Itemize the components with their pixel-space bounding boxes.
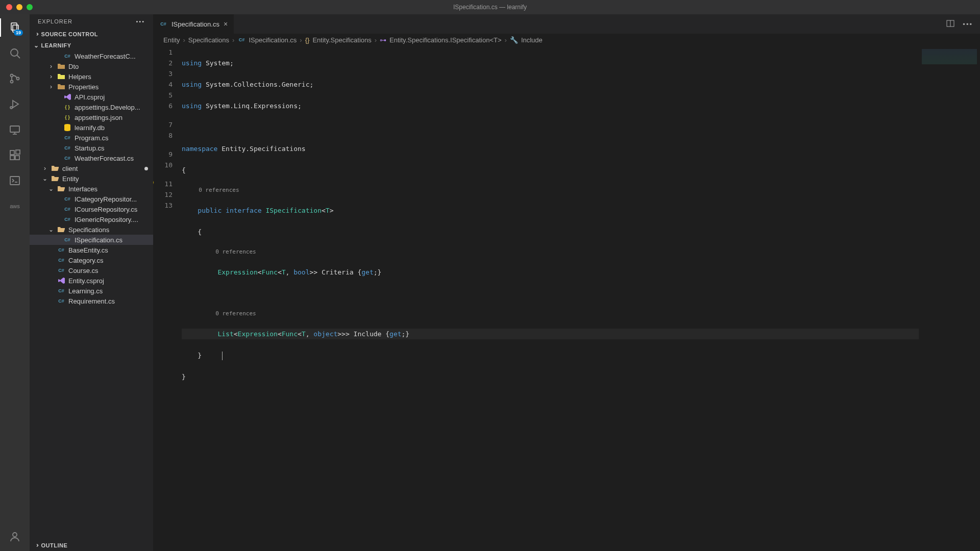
folder-icon <box>57 62 65 70</box>
tree-item-label: Dto <box>68 63 153 70</box>
tree-item-label: WeatherForecastC... <box>75 53 153 60</box>
tree-item[interactable]: { }appsettings.Develop... <box>30 102 153 112</box>
svg-marker-7 <box>13 101 18 108</box>
breadcrumbs[interactable]: Entity› Specifications› C# ISpecificatio… <box>153 34 980 46</box>
tree-item[interactable]: C#WeatherForecastC... <box>30 51 153 61</box>
wrench-icon: 🔧 <box>510 36 518 44</box>
svg-line-3 <box>17 55 20 58</box>
account-icon[interactable] <box>8 530 22 544</box>
aws-icon[interactable]: aws <box>8 199 22 213</box>
tab-ispecification[interactable]: C# ISpecification.cs × <box>153 14 234 34</box>
window-maximize[interactable] <box>27 4 33 10</box>
tree-item[interactable]: ›Dto <box>30 61 153 71</box>
titlebar: ISpecification.cs — learnify <box>0 0 980 14</box>
tree-item[interactable]: Entity.csproj <box>30 276 153 286</box>
tree-item-label: IGenericRepository.... <box>75 216 153 223</box>
close-icon[interactable]: × <box>224 20 228 28</box>
tree-item[interactable]: C#ISpecification.cs <box>30 235 153 245</box>
section-outline[interactable]: ⌄ OUTLINE <box>30 540 153 551</box>
activity-bar: 19 aws <box>0 14 30 551</box>
folder-icon <box>57 72 65 81</box>
tree-item[interactable]: C#Startup.cs <box>30 143 153 153</box>
tree-item-label: Requirement.cs <box>68 297 153 305</box>
tree-item-label: Properties <box>68 83 153 91</box>
tree-item-label: BaseEntity.cs <box>68 246 153 254</box>
tree-item-label: Category.cs <box>68 257 153 264</box>
svg-point-5 <box>11 81 13 83</box>
tree-item[interactable]: C#Category.cs <box>30 255 153 265</box>
line-gutter: 1 2 3 4 5 6 7 8 9 10 💡11 12 13 <box>153 46 182 551</box>
csharp-icon: C# <box>57 246 65 254</box>
folder-icon <box>57 83 65 91</box>
tree-item[interactable]: ⌄Interfaces <box>30 184 153 194</box>
explorer-badge: 19 <box>14 30 23 36</box>
svg-point-6 <box>17 78 19 80</box>
terminal-icon[interactable] <box>8 173 22 188</box>
code-content[interactable]: using System; using System.Collections.G… <box>182 46 919 551</box>
tree-item[interactable]: C#Requirement.cs <box>30 296 153 306</box>
window-minimize[interactable] <box>16 4 22 10</box>
sidebar-more-icon[interactable]: ••• <box>136 18 145 24</box>
tree-item-label: Entity <box>62 175 153 183</box>
svg-point-8 <box>10 107 12 109</box>
extensions-icon[interactable] <box>8 148 22 162</box>
json-icon: { } <box>63 113 71 121</box>
sidebar: EXPLORER ••• ⌄ SOURCE CONTROL ⌄ LEARNIFY… <box>30 14 153 551</box>
csharp-icon: C# <box>237 36 246 44</box>
csharp-icon: C# <box>63 215 71 223</box>
source-control-icon[interactable] <box>8 71 22 86</box>
csharp-icon: C# <box>63 52 71 60</box>
svg-rect-14 <box>15 156 19 160</box>
braces-icon: {} <box>305 36 310 44</box>
minimap[interactable] <box>919 46 980 551</box>
section-source-control[interactable]: ⌄ SOURCE CONTROL <box>30 29 153 40</box>
tree-item-label: Interfaces <box>68 185 153 193</box>
tree-item-label: Specifications <box>68 226 153 234</box>
csharp-icon: C# <box>159 20 167 28</box>
tree-item[interactable]: C#Learning.cs <box>30 286 153 296</box>
split-editor-icon[interactable] <box>946 19 954 29</box>
tree-item[interactable]: { }appsettings.json <box>30 112 153 122</box>
csharp-icon: C# <box>63 236 71 244</box>
tree-item[interactable]: C#Program.cs <box>30 133 153 143</box>
tree-item[interactable]: learnify.db <box>30 122 153 133</box>
tree-item-label: appsettings.Develop... <box>75 104 153 111</box>
tree-item-label: Startup.cs <box>75 144 153 152</box>
tree-item[interactable]: API.csproj <box>30 92 153 102</box>
tree-item[interactable]: C#IGenericRepository.... <box>30 214 153 224</box>
window-close[interactable] <box>6 4 12 10</box>
section-project[interactable]: ⌄ LEARNIFY <box>30 40 153 51</box>
tree-item[interactable]: ⌄Entity <box>30 173 153 184</box>
run-debug-icon[interactable] <box>8 97 22 111</box>
svg-point-4 <box>11 74 13 77</box>
tree-item-label: client <box>62 165 141 172</box>
explorer-icon[interactable]: 19 <box>8 20 22 35</box>
tree-item[interactable]: C#WeatherForecast.cs <box>30 153 153 163</box>
code-editor[interactable]: 1 2 3 4 5 6 7 8 9 10 💡11 12 13 using Sys… <box>153 46 980 551</box>
tree-item-label: Entity.csproj <box>68 277 153 285</box>
tree-item[interactable]: ⌄Specifications <box>30 224 153 235</box>
svg-point-2 <box>11 49 18 56</box>
svg-rect-16 <box>10 177 19 185</box>
tree-item[interactable]: ›Properties <box>30 82 153 92</box>
search-icon[interactable] <box>8 46 22 60</box>
lightbulb-icon[interactable]: 💡 <box>153 180 155 188</box>
tree-item[interactable]: C#ICategoryRepositor... <box>30 194 153 204</box>
tree-item-label: Helpers <box>68 73 153 81</box>
remote-icon[interactable] <box>8 122 22 137</box>
csharp-icon: C# <box>63 205 71 213</box>
more-actions-icon[interactable]: ••• <box>963 20 973 28</box>
tree-item[interactable]: C#BaseEntity.cs <box>30 245 153 255</box>
tree-item[interactable]: ›client <box>30 163 153 173</box>
csharp-icon: C# <box>57 297 65 305</box>
tree-item-label: Program.cs <box>75 134 153 142</box>
csharp-icon: C# <box>63 144 71 152</box>
svg-rect-13 <box>10 156 14 160</box>
tree-item[interactable]: ›Helpers <box>30 71 153 82</box>
tree-item[interactable]: C#Course.cs <box>30 265 153 276</box>
svg-point-18 <box>13 533 17 537</box>
tree-item-label: Learning.cs <box>68 287 153 295</box>
database-icon <box>63 123 71 132</box>
tree-item-label: ISpecification.cs <box>75 236 153 244</box>
tree-item[interactable]: C#ICourseRepository.cs <box>30 204 153 214</box>
